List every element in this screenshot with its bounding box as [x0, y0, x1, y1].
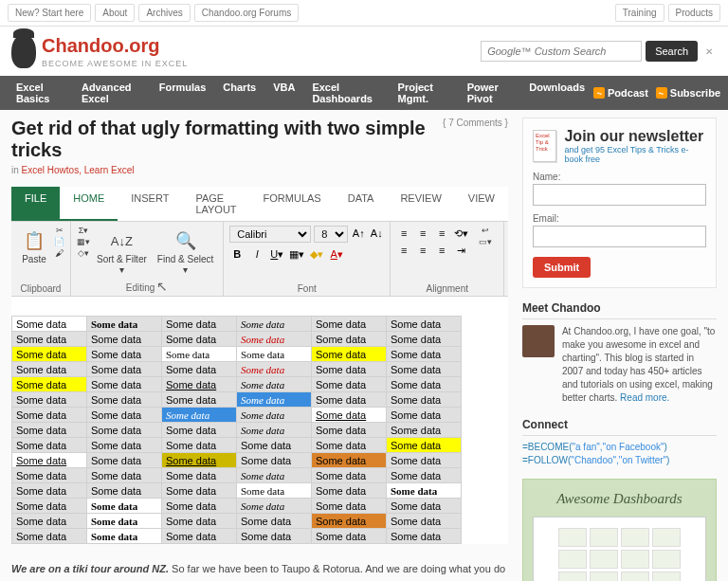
main-nav-link[interactable]: Charts — [214, 76, 264, 110]
cell[interactable]: Some data — [162, 377, 237, 392]
top-nav-link[interactable]: Training — [615, 4, 664, 22]
cell[interactable]: Some data — [237, 392, 312, 408]
cell[interactable]: Some data — [87, 332, 162, 347]
cell[interactable]: Some data — [312, 317, 387, 332]
cell[interactable]: Some data — [87, 499, 162, 514]
font-name-select[interactable]: Calibri — [229, 226, 311, 243]
fill-icon[interactable]: ▦▾ — [77, 237, 90, 246]
cell[interactable]: Some data — [312, 483, 387, 499]
cell[interactable]: Some data — [87, 377, 162, 392]
main-nav-link[interactable]: Excel Dashboards — [303, 76, 389, 110]
cell[interactable]: Some data — [312, 362, 387, 377]
cell[interactable]: Some data — [312, 408, 387, 423]
main-nav-link[interactable]: VBA — [264, 76, 303, 110]
cell[interactable]: Some data — [237, 529, 312, 544]
ribbon-tab-file[interactable]: FILE — [11, 187, 60, 221]
cell[interactable]: Some data — [12, 438, 87, 453]
site-logo[interactable]: Chandoo.org BECOME AWESOME IN EXCEL — [11, 34, 188, 68]
cell[interactable]: Some data — [162, 347, 237, 362]
cell[interactable]: Some data — [387, 332, 462, 347]
align-top-icon[interactable]: ≡ — [396, 226, 411, 241]
search-input[interactable] — [481, 41, 642, 62]
cell[interactable]: Some data — [312, 347, 387, 362]
indent-icon[interactable]: ⇥ — [453, 243, 468, 258]
underline-button[interactable]: U▾ — [269, 246, 284, 262]
cell[interactable]: Some data — [387, 483, 462, 499]
ribbon-tab-data[interactable]: DATA — [335, 187, 388, 221]
top-nav-link[interactable]: New? Start here — [8, 4, 91, 22]
cell[interactable]: Some data — [12, 332, 87, 347]
cell[interactable]: Some data — [87, 392, 162, 408]
sort-filter-button[interactable]: A↓Z Sort & Filter▾ — [93, 226, 151, 277]
cell[interactable]: Some data — [12, 377, 87, 392]
cell[interactable]: Some data — [12, 347, 87, 362]
ribbon-tab-review[interactable]: REVIEW — [387, 187, 454, 221]
top-nav-link[interactable]: Products — [668, 4, 720, 22]
cell[interactable]: Some data — [312, 423, 387, 438]
main-nav-link[interactable]: Project Mgmt. — [390, 76, 459, 110]
align-right-icon[interactable]: ≡ — [434, 243, 449, 258]
cell[interactable]: Some data — [237, 347, 312, 362]
cell[interactable]: Some data — [162, 438, 237, 453]
align-bot-icon[interactable]: ≡ — [434, 226, 449, 241]
top-nav-link[interactable]: About — [95, 4, 135, 22]
rss-link[interactable]: ⏦Subscribe — [656, 87, 720, 99]
fill-color-button[interactable]: ◆▾ — [309, 246, 324, 262]
cell[interactable]: Some data — [387, 423, 462, 438]
cell[interactable]: Some data — [387, 453, 462, 468]
cell[interactable]: Some data — [12, 453, 87, 468]
font-color-button[interactable]: A▾ — [329, 246, 344, 262]
format-painter-icon[interactable]: 🖌 — [55, 248, 64, 258]
cell[interactable]: Some data — [12, 392, 87, 408]
cell[interactable]: Some data — [87, 453, 162, 468]
cell[interactable]: Some data — [237, 514, 312, 529]
cell[interactable]: Some data — [162, 423, 237, 438]
top-nav-link[interactable]: Archives — [138, 4, 190, 22]
cell[interactable]: Some data — [387, 347, 462, 362]
facebook-link[interactable]: =BECOME("a fan","on Facebook") — [522, 442, 717, 452]
cell[interactable]: Some data — [237, 317, 312, 332]
cell[interactable]: Some data — [162, 362, 237, 377]
close-icon[interactable]: ✕ — [701, 46, 717, 57]
twitter-link[interactable]: =FOLLOW("Chandoo","on Twitter") — [522, 455, 717, 465]
cell[interactable]: Some data — [12, 317, 87, 332]
cell[interactable]: Some data — [162, 392, 237, 408]
cell[interactable]: Some data — [312, 499, 387, 514]
cell[interactable]: Some data — [387, 317, 462, 332]
cell[interactable]: Some data — [162, 499, 237, 514]
cell[interactable]: Some data — [387, 392, 462, 408]
cell[interactable]: Some data — [12, 514, 87, 529]
cell[interactable]: Some data — [387, 499, 462, 514]
cell[interactable]: Some data — [312, 332, 387, 347]
cell[interactable]: Some data — [162, 332, 237, 347]
paste-button[interactable]: 📋 Paste — [17, 226, 51, 266]
main-nav-link[interactable]: Excel Basics — [8, 76, 73, 110]
cell[interactable]: Some data — [237, 499, 312, 514]
main-nav-link[interactable]: Formulas — [151, 76, 215, 110]
comments-link[interactable]: 7 Comments — [443, 118, 508, 128]
decrease-font-icon[interactable]: A↓ — [369, 226, 384, 241]
cell[interactable]: Some data — [87, 438, 162, 453]
cell[interactable]: Some data — [162, 468, 237, 483]
submit-button[interactable]: Submit — [533, 257, 591, 278]
cell[interactable]: Some data — [162, 408, 237, 423]
email-field[interactable] — [533, 226, 706, 247]
ribbon-tab-page-layout[interactable]: PAGE LAYOUT — [182, 187, 249, 221]
cell[interactable]: Some data — [387, 408, 462, 423]
increase-font-icon[interactable]: A↑ — [351, 226, 366, 241]
category-link[interactable]: Excel Howtos, Learn Excel — [22, 165, 135, 175]
cell[interactable]: Some data — [312, 392, 387, 408]
cell[interactable]: Some data — [237, 408, 312, 423]
wrap-text-icon[interactable]: ↩ — [482, 226, 489, 235]
cell[interactable]: Some data — [312, 377, 387, 392]
cell[interactable]: Some data — [12, 483, 87, 499]
cell[interactable]: Some data — [237, 423, 312, 438]
ribbon-tab-formulas[interactable]: FORMULAS — [250, 187, 335, 221]
cell[interactable]: Some data — [162, 514, 237, 529]
orientation-icon[interactable]: ⟲▾ — [453, 226, 468, 241]
rss-link[interactable]: ⏦Podcast — [593, 87, 648, 99]
cell[interactable]: Some data — [387, 362, 462, 377]
italic-button[interactable]: I — [249, 246, 264, 262]
align-left-icon[interactable]: ≡ — [396, 243, 411, 258]
cell[interactable]: Some data — [12, 499, 87, 514]
